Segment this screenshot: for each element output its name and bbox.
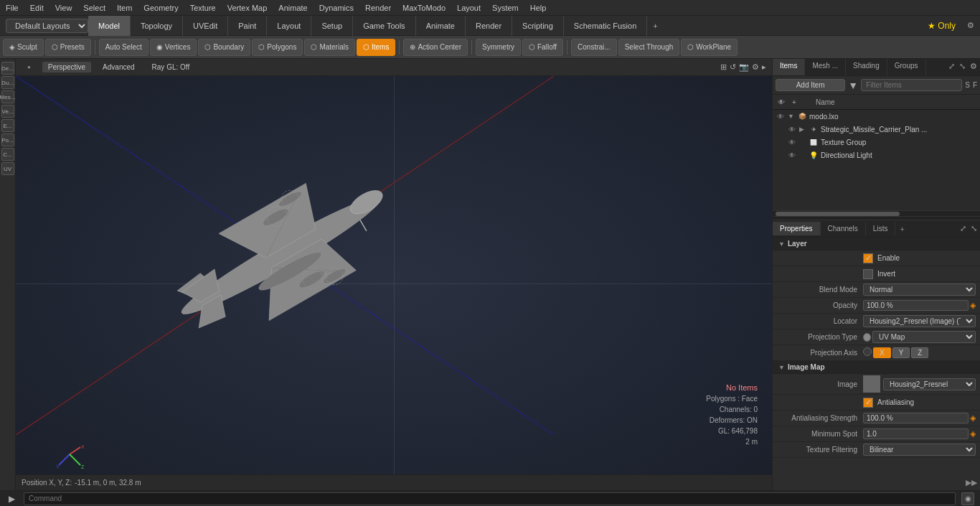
menu-view[interactable]: View [50,2,78,14]
menu-edit[interactable]: Edit [24,2,50,14]
constraints-button[interactable]: Constrai... [571,39,617,56]
menu-maxtomodo[interactable]: MaxToModo [397,2,451,14]
invert-checkbox[interactable] [863,269,873,279]
layout-add-tab[interactable]: + [647,19,663,33]
eye-icon-missile[interactable]: 👁 [787,124,797,134]
antialias-drag-icon[interactable]: ◈ [970,413,976,423]
rp-icon-collapse[interactable]: ⤡ [958,60,967,74]
menu-layout[interactable]: Layout [451,2,486,14]
layout-tab-gametools[interactable]: Game Tools [353,16,416,36]
left-btn-6[interactable]: Po... [1,133,14,146]
tree-item-missile[interactable]: 👁 ▶ ✈ Strategic_Missile_Carrier_Plan ... [773,123,980,136]
rp-tab-mesh[interactable]: Mesh ... [805,59,846,75]
projection-type-radio[interactable] [863,333,871,342]
axis-z-button[interactable]: Z [911,347,928,358]
auto-select-button[interactable]: Auto Select [99,39,149,56]
props-icon-collapse[interactable]: ⤡ [969,222,979,235]
menu-select[interactable]: Select [77,2,111,14]
status-record-btn[interactable]: ◉ [961,492,974,505]
image-map-arrow[interactable]: ▼ [778,364,785,371]
tex-filtering-select[interactable]: Bilinear [863,444,976,456]
expand-modo[interactable]: ▼ [788,113,795,120]
eye-icon-texture[interactable]: 👁 [787,137,797,147]
rp-icon-expand[interactable]: ⤢ [947,60,956,74]
sculpt-button[interactable]: ◈ Sculpt [3,39,44,56]
props-expand-arrow[interactable]: ▶▶ [966,478,977,487]
filter-items-input[interactable] [861,79,962,91]
menu-render[interactable]: Render [359,2,397,14]
image-select[interactable]: Housing2_Fresnel [883,378,976,390]
antialias-strength-input[interactable] [863,413,969,423]
eye-icon-modo[interactable]: 👁 [776,111,786,121]
menu-system[interactable]: System [486,2,524,14]
tree-item-modo[interactable]: 👁 ▼ 📦 modo.lxo [773,110,980,123]
axis-x-button[interactable]: X [873,347,891,358]
left-btn-2[interactable]: Du... [1,76,14,89]
layout-tab-animate[interactable]: Animate [416,16,466,36]
props-tab-lists[interactable]: Lists [866,222,896,235]
locator-select[interactable]: Housing2_Fresnel (Image) (T ... [863,315,976,327]
boundary-button[interactable]: ⬡ Boundary [198,39,250,56]
layout-tab-setup[interactable]: Setup [311,16,353,36]
viewport-icon-refresh[interactable]: ↺ [730,62,736,72]
add-item-button[interactable]: Add Item [776,79,845,91]
layout-tab-schematic[interactable]: Schematic Fusion [564,16,647,36]
rp-tab-items[interactable]: Items [773,59,805,75]
rp-tab-groups[interactable]: Groups [887,59,926,75]
viewport-icon-settings[interactable]: ⚙ [752,62,759,72]
viewport-tab-perspective[interactable]: Perspective [42,62,91,72]
status-left-arrow[interactable]: ▶ [6,494,18,504]
falloff-button[interactable]: ⬡ Falloff [522,39,563,56]
min-spot-drag-icon[interactable]: ◈ [970,429,976,439]
viewport-dot[interactable]: ● [22,62,37,72]
opacity-input[interactable] [863,300,969,311]
viewport-icon-camera[interactable]: 📷 [739,62,749,72]
left-btn-5[interactable]: E... [1,119,14,132]
menu-help[interactable]: Help [524,2,552,14]
select-through-button[interactable]: Select Through [618,39,680,56]
layer-arrow[interactable]: ▼ [778,240,785,248]
props-tab-add[interactable]: + [895,222,908,236]
filter-flag-icon[interactable]: F [973,81,977,89]
add-col-icon[interactable]: + [788,96,800,108]
menu-animate[interactable]: Animate [273,2,313,14]
layout-tab-scripting[interactable]: Scripting [512,16,564,36]
layout-tab-paint[interactable]: Paint [228,16,267,36]
projection-type-select[interactable]: UV Map [872,331,976,343]
opacity-drag-icon[interactable]: ◈ [970,301,976,310]
blend-mode-select[interactable]: Normal [863,284,976,296]
eye-icon-light[interactable]: 👁 [787,150,797,160]
filter-dropdown-arrow[interactable]: ▼ [848,80,858,91]
presets-button[interactable]: ⬡ Presets [45,39,91,56]
min-spot-input[interactable] [863,428,969,439]
items-button[interactable]: ⬡ Items [357,39,395,56]
menu-geometry[interactable]: Geometry [138,2,184,14]
materials-button[interactable]: ⬡ Materials [304,39,355,56]
tree-item-texture[interactable]: 👁 ⬜ Texture Group [773,136,980,149]
command-input[interactable] [24,492,956,505]
tree-item-light[interactable]: 👁 💡 Directional Light [773,149,980,161]
axis-y-button[interactable]: Y [892,347,910,358]
rp-tab-shading[interactable]: Shading [846,59,887,75]
left-btn-7[interactable]: C... [1,148,14,161]
menu-item[interactable]: Item [111,2,138,14]
left-btn-3[interactable]: Mes... [1,90,14,103]
menu-dynamics[interactable]: Dynamics [314,2,359,14]
expand-missile[interactable]: ▶ [799,126,806,133]
layout-gear[interactable]: ⚙ [961,18,980,33]
enable-checkbox[interactable]: ✓ [863,253,873,263]
layout-tab-render[interactable]: Render [466,16,512,36]
viewport-tab-raygl[interactable]: Ray GL: Off [146,62,196,72]
layout-tab-model[interactable]: Model [88,16,131,36]
projection-axis-radio[interactable] [863,347,872,356]
vertices-button[interactable]: ◉ Vertices [150,39,197,56]
filter-search-icon[interactable]: S [965,81,970,89]
menu-texture[interactable]: Texture [184,2,222,14]
antialiasing-checkbox[interactable]: ✓ [863,398,873,408]
symmetry-button[interactable]: Symmetry [476,39,521,56]
action-center-button[interactable]: ⊕ Action Center [403,39,468,56]
left-btn-8[interactable]: UV [1,162,14,175]
workplane-button[interactable]: ⬡ WorkPlane [681,39,738,56]
viewport-icon-fullscreen[interactable]: ⊞ [720,62,727,72]
viewport-canvas[interactable]: No Items Polygons : Face Channels: 0 Def… [16,76,772,490]
